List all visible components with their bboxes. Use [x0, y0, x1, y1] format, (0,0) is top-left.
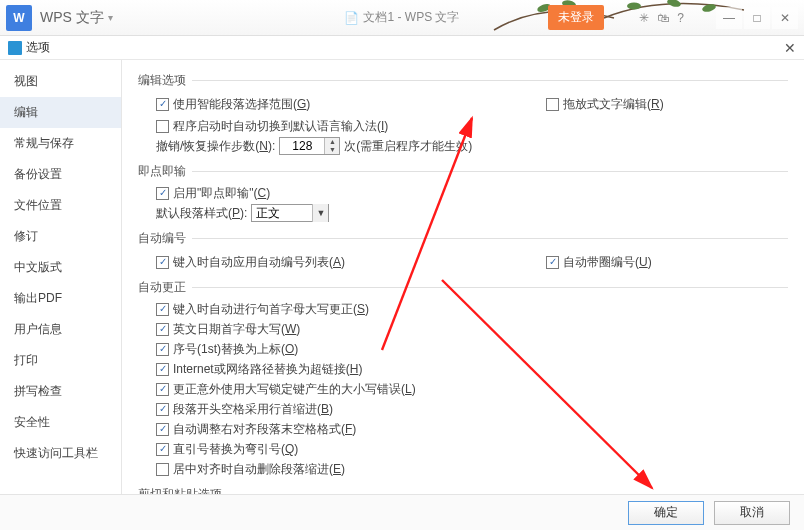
app-dropdown-icon[interactable]: ▾	[108, 12, 113, 23]
app-name: WPS 文字	[40, 9, 104, 27]
checkbox-circle-number[interactable]	[546, 256, 559, 269]
maximize-button[interactable]: □	[744, 7, 770, 29]
checkbox-auto-number-list[interactable]	[156, 256, 169, 269]
document-title: 📄 文档1 - WPS 文字	[344, 9, 459, 26]
sidebar-item-3[interactable]: 备份设置	[0, 159, 121, 190]
sidebar-item-2[interactable]: 常规与保存	[0, 128, 121, 159]
undo-steps-input[interactable]	[280, 139, 324, 153]
doc-icon: 📄	[344, 11, 359, 25]
sidebar-item-0[interactable]: 视图	[0, 66, 121, 97]
cart-icon[interactable]: 🛍	[657, 11, 669, 25]
checkbox-autocorrect-7[interactable]	[156, 443, 169, 456]
checkbox-smart-paragraph[interactable]	[156, 98, 169, 111]
options-content-edit: 编辑选项 使用智能段落选择范围(G) 拖放式文字编辑(R) 程序	[122, 60, 804, 530]
label-auto-switch-ime: 程序启动时自动切换到默认语言输入法(I)	[173, 117, 388, 135]
section-auto-correct: 自动更正	[138, 279, 186, 296]
undo-steps-spinbox[interactable]: ▲▼	[279, 137, 340, 155]
spin-up-icon[interactable]: ▲	[325, 138, 339, 146]
checkbox-autocorrect-4[interactable]	[156, 383, 169, 396]
checkbox-autocorrect-2[interactable]	[156, 343, 169, 356]
default-style-value[interactable]	[252, 206, 312, 220]
section-click-type: 即点即输	[138, 163, 186, 180]
sidebar-item-1[interactable]: 编辑	[0, 97, 121, 128]
label-undo-suffix: 次(需重启程序才能生效)	[344, 137, 472, 155]
minimize-button[interactable]: —	[716, 7, 742, 29]
sidebar-item-6[interactable]: 中文版式	[0, 252, 121, 283]
checkbox-autocorrect-0[interactable]	[156, 303, 169, 316]
titlebar-icon-group: ✳ 🛍 ?	[639, 11, 684, 25]
login-button[interactable]: 未登录	[548, 5, 604, 30]
label-default-style: 默认段落样式(P):	[156, 204, 247, 222]
ok-button[interactable]: 确定	[628, 501, 704, 525]
label-circle-number: 自动带圈编号(U)	[563, 253, 652, 271]
checkbox-autocorrect-8[interactable]	[156, 463, 169, 476]
sidebar-item-11[interactable]: 安全性	[0, 407, 121, 438]
sidebar-item-7[interactable]: 输出PDF	[0, 283, 121, 314]
checkbox-autocorrect-6[interactable]	[156, 423, 169, 436]
label-autocorrect-2: 序号(1st)替换为上标(O)	[173, 340, 298, 358]
checkbox-drag-text[interactable]	[546, 98, 559, 111]
checkbox-autocorrect-1[interactable]	[156, 323, 169, 336]
dialog-app-icon	[8, 41, 22, 55]
dialog-footer: 确定 取消	[0, 494, 804, 530]
label-drag-text: 拖放式文字编辑(R)	[563, 95, 664, 113]
section-edit-options: 编辑选项	[138, 72, 186, 89]
chevron-down-icon[interactable]: ▼	[312, 204, 328, 222]
sidebar-item-4[interactable]: 文件位置	[0, 190, 121, 221]
label-autocorrect-0: 键入时自动进行句首字母大写更正(S)	[173, 300, 369, 318]
sidebar-item-5[interactable]: 修订	[0, 221, 121, 252]
checkbox-enable-click-type[interactable]	[156, 187, 169, 200]
dialog-close-button[interactable]: ✕	[784, 40, 796, 56]
default-style-combo[interactable]: ▼	[251, 204, 329, 222]
label-autocorrect-5: 段落开头空格采用行首缩进(B)	[173, 400, 333, 418]
sidebar-item-10[interactable]: 拼写检查	[0, 376, 121, 407]
label-autocorrect-8: 居中对齐时自动删除段落缩进(E)	[173, 460, 345, 478]
label-autocorrect-7: 直引号替换为弯引号(Q)	[173, 440, 298, 458]
options-sidebar: 视图编辑常规与保存备份设置文件位置修订中文版式输出PDF用户信息打印拼写检查安全…	[0, 60, 122, 530]
label-enable-click-type: 启用"即点即输"(C)	[173, 184, 270, 202]
section-auto-number: 自动编号	[138, 230, 186, 247]
cancel-button[interactable]: 取消	[714, 501, 790, 525]
app-logo-icon: W	[6, 5, 32, 31]
gift-icon[interactable]: ✳	[639, 11, 649, 25]
checkbox-autocorrect-3[interactable]	[156, 363, 169, 376]
dialog-title: 选项	[26, 39, 50, 56]
label-autocorrect-1: 英文日期首字母大写(W)	[173, 320, 300, 338]
window-controls: — □ ✕	[716, 7, 798, 29]
svg-point-4	[666, 0, 681, 8]
sidebar-item-12[interactable]: 快速访问工具栏	[0, 438, 121, 469]
checkbox-auto-switch-ime[interactable]	[156, 120, 169, 133]
checkbox-autocorrect-5[interactable]	[156, 403, 169, 416]
app-titlebar: W WPS 文字 ▾ 📄 文档1 - WPS 文字 未登录 ✳ 🛍 ? — □ …	[0, 0, 804, 36]
label-autocorrect-4: 更正意外使用大写锁定键产生的大小写错误(L)	[173, 380, 416, 398]
help-icon[interactable]: ?	[677, 11, 684, 25]
label-autocorrect-3: Internet或网络路径替换为超链接(H)	[173, 360, 362, 378]
label-undo-steps: 撤销/恢复操作步数(N):	[156, 137, 275, 155]
dialog-header: 选项 ✕	[0, 36, 804, 60]
label-auto-number-list: 键入时自动应用自动编号列表(A)	[173, 253, 345, 271]
svg-point-3	[627, 3, 641, 10]
sidebar-item-8[interactable]: 用户信息	[0, 314, 121, 345]
label-autocorrect-6: 自动调整右对齐段落末空格格式(F)	[173, 420, 356, 438]
sidebar-item-9[interactable]: 打印	[0, 345, 121, 376]
close-window-button[interactable]: ✕	[772, 7, 798, 29]
label-smart-paragraph: 使用智能段落选择范围(G)	[173, 95, 310, 113]
spin-down-icon[interactable]: ▼	[325, 146, 339, 154]
dialog-body: 视图编辑常规与保存备份设置文件位置修订中文版式输出PDF用户信息打印拼写检查安全…	[0, 60, 804, 530]
